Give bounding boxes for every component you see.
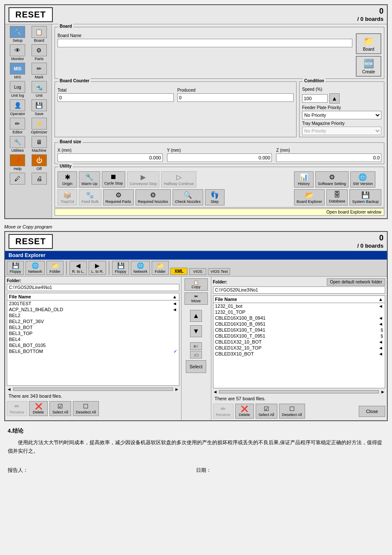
checknozzles-btn[interactable]: 🔍 Check Nozzles	[173, 189, 203, 205]
sidebar-item-setup[interactable]: 🔧 Setup	[8, 26, 27, 43]
sidebar-item-help[interactable]: ❓ Help	[8, 154, 27, 171]
right-delete-btn[interactable]: ❌ Delete	[235, 404, 254, 419]
right-deselectall-btn[interactable]: ☐ Deselect All	[279, 404, 305, 419]
list-item[interactable]: CBLED16X100_B_0941◄	[213, 315, 385, 321]
list-item[interactable]: CBLED3X10_BOT◄	[213, 351, 385, 357]
list-item[interactable]: BEL2	[7, 312, 179, 318]
close-btn[interactable]: Close	[359, 406, 385, 417]
sidebar-item-monitor[interactable]: 👁 Monitor	[8, 44, 27, 61]
list-item[interactable]: 1232_01_bot◄	[213, 303, 385, 309]
boardexplorer-btn[interactable]: 📂 Board Explorer	[294, 189, 325, 205]
list-item[interactable]: CBLED16X100_T_0941§	[213, 327, 385, 333]
feedbulk-btn[interactable]: 🐾 Feed Bulk	[79, 189, 101, 205]
sidebar-item-unitlog[interactable]: Log Unit log	[8, 81, 27, 98]
open-network-folder-btn[interactable]: Open default network folder	[327, 278, 385, 286]
list-item[interactable]: BEL2_ROT_36V	[7, 318, 179, 324]
left-deselectall-btn[interactable]: ☐ Deselect All	[73, 401, 99, 416]
list-item[interactable]: BEL3_BOT	[7, 324, 179, 330]
reqparts-btn[interactable]: ⚙ Required Parts	[103, 189, 134, 205]
right-rename-btn[interactable]: ✏ Rename	[213, 404, 233, 419]
sidebar-item-save[interactable]: 💾 Save	[29, 99, 49, 116]
tray-select[interactable]: No Priority	[302, 127, 381, 135]
traycnt-btn[interactable]: 📦 TrayCnt	[58, 189, 77, 205]
create-button[interactable]: 🆕 Create	[356, 56, 381, 77]
database-btn[interactable]: 🗄 Database	[326, 189, 348, 205]
step-btn[interactable]: 👣 Step	[205, 189, 225, 205]
network-right-btn[interactable]: 🌐 Network	[131, 261, 150, 275]
center-select-btn[interactable]: Select	[186, 360, 207, 373]
right-scroll-left[interactable]: ◄	[213, 389, 218, 394]
sidebar-item-mis[interactable]: MIS MIS	[8, 63, 27, 79]
speed-up-arrow[interactable]: ▲	[329, 93, 340, 104]
total-input[interactable]	[58, 93, 174, 102]
floppy-left-btn[interactable]: 💾 Floppy	[7, 261, 24, 275]
left-delete-btn[interactable]: ❌ Delete	[29, 401, 48, 416]
list-item[interactable]: CBLED1X32_10_BOT◄	[213, 339, 385, 345]
sidebar-item-board[interactable]: 📋 Board	[29, 26, 49, 43]
xml-btn[interactable]: XML	[170, 268, 187, 275]
swversion-btn[interactable]: 🌐 SW Version	[350, 171, 375, 188]
list-item[interactable]: 1232_01_TOP	[213, 309, 385, 315]
sidebar-item-editor[interactable]: ✏ Editor	[8, 118, 27, 134]
left-file-list[interactable]: 2301TEST◄ ACP_NZL1_8HEAD_OLD◄ BEL2 BEL2_…	[7, 301, 179, 386]
nav-down[interactable]: ▼	[190, 325, 202, 337]
board-button[interactable]: 📁 Board	[356, 33, 381, 54]
sidebar-item-unit[interactable]: 🔩 Unit	[29, 81, 49, 98]
list-item[interactable]: CBLED1X32_10_TOP◄	[213, 345, 385, 351]
cyclestop-btn[interactable]: ⏹ Cycle Stop	[102, 171, 126, 188]
reset-button-2[interactable]: RESET	[9, 234, 53, 249]
sidebar-item-operator[interactable]: 👤 Operator	[8, 99, 27, 116]
up-arrow-btn[interactable]: ▲	[190, 310, 202, 322]
board-name-input[interactable]	[58, 39, 352, 47]
sidebar-item-mark[interactable]: ✏ Mark	[29, 63, 49, 79]
reset-button[interactable]: RESET	[9, 7, 53, 22]
sidebar-item-off[interactable]: ⏻ Off	[29, 154, 49, 171]
left-selectall-btn[interactable]: ☑ Select All	[49, 401, 71, 416]
sidebar-item-extra2[interactable]: 🖨	[29, 173, 49, 185]
list-item[interactable]: 2301TEST◄	[7, 301, 179, 306]
folder-right-btn[interactable]: 📁 Folder	[152, 261, 169, 275]
sidebar-item-parts[interactable]: ⚙ Parts	[29, 44, 49, 61]
left-scroll-left[interactable]: ◄	[7, 387, 12, 392]
sidebar-item-machine[interactable]: 🖥 Machine	[29, 136, 49, 153]
conveyout-btn[interactable]: ▶ Conveyout Stop	[127, 171, 159, 188]
ltor-btn[interactable]: ▶ L. to R.	[89, 261, 106, 275]
left-rename-btn[interactable]: ✏ Rename	[7, 401, 27, 416]
list-item[interactable]: BEL6_BOT_0105	[7, 342, 179, 348]
list-item[interactable]: ACP_NZL1_8HEAD_OLD◄	[7, 306, 179, 312]
softsetting-btn[interactable]: ⚙ Software Setting	[315, 171, 349, 188]
warmup-btn[interactable]: 🔧 Warm Up	[79, 171, 100, 188]
right-selectall-btn[interactable]: ☑ Select All	[256, 404, 277, 419]
right-file-list[interactable]: 1232_01_bot◄ 1232_01_TOP CBLED16X100_B_0…	[213, 303, 386, 388]
folder-left-btn[interactable]: 📁 Folder	[46, 261, 63, 275]
origin-btn[interactable]: ✱ Origin	[58, 171, 77, 188]
scroll-down-btn[interactable]: ↓□	[190, 351, 202, 358]
move-btn[interactable]: ✂ Move	[184, 292, 208, 305]
floppy-right-btn[interactable]: 💾 Floppy	[112, 261, 129, 275]
sysbackup-btn[interactable]: 💾 System Backup	[349, 189, 381, 205]
list-item[interactable]: BEL6_BOTTOM✓	[7, 348, 179, 355]
list-item[interactable]: CBLED16X100_T_0951§	[213, 333, 385, 339]
viostext-btn[interactable]: VIOS Text	[208, 268, 230, 275]
sidebar-item-utilities[interactable]: 🔧 Utilities	[8, 136, 27, 153]
sidebar-item-extra1[interactable]: 🖊	[8, 173, 27, 185]
right-scroll-right[interactable]: ►	[380, 389, 385, 394]
speed-input[interactable]	[302, 94, 328, 103]
left-scrollbar[interactable]	[13, 387, 173, 391]
nav-up[interactable]: ▲	[190, 310, 202, 322]
reqnozzles-btn[interactable]: ⚙ Required Nozzles	[135, 189, 171, 205]
vios-btn[interactable]: VIOS	[189, 268, 206, 275]
down-arrow-btn[interactable]: ▼	[190, 325, 202, 337]
rtol-btn[interactable]: ◀ R. to L.	[69, 261, 87, 275]
sidebar-item-optimizer[interactable]: ⚡ Optimizer	[29, 118, 49, 134]
network-left-btn[interactable]: 🌐 Network	[26, 261, 45, 275]
produced-input[interactable]	[177, 93, 294, 102]
list-item[interactable]: CBLED16X100_B_0951◄	[213, 321, 385, 327]
left-scroll-right[interactable]: ►	[175, 387, 179, 392]
list-item[interactable]: BEL4	[7, 336, 179, 342]
halfway-btn[interactable]: ▷ Halfway Continue	[161, 171, 196, 188]
list-item[interactable]: BEL3_TOP	[7, 330, 179, 336]
copy-btn[interactable]: 📋 Copy	[184, 278, 208, 291]
history-btn[interactable]: 📊 History	[294, 171, 314, 188]
scroll-up-btn[interactable]: ≡↑	[190, 342, 202, 350]
